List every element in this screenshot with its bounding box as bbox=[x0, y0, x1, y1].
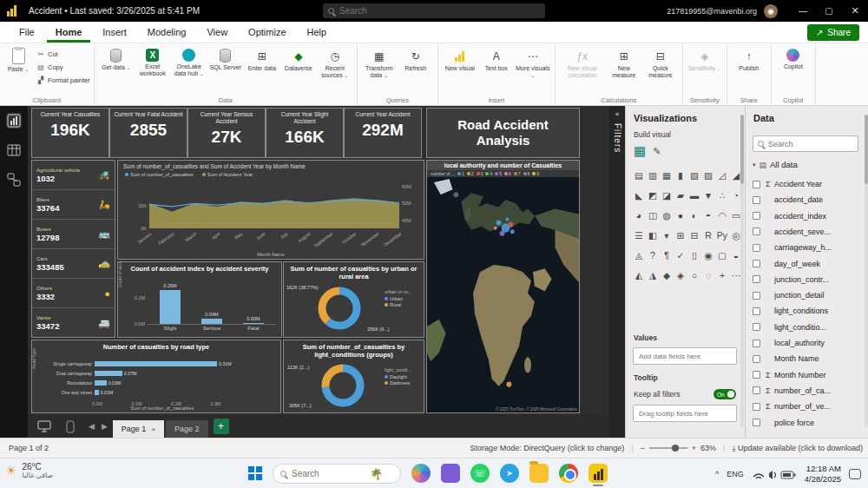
page-tab[interactable]: Page 1× bbox=[113, 420, 164, 438]
data-scrollbar[interactable] bbox=[865, 115, 868, 427]
field-row[interactable]: local_authority bbox=[753, 336, 861, 350]
table-icon[interactable]: ⊞ bbox=[674, 225, 687, 245]
field-checkbox[interactable] bbox=[753, 196, 760, 204]
local-authority-map-visual[interactable]: local authority and number of Casualties… bbox=[426, 160, 580, 413]
text-box-button[interactable]: A Text box bbox=[478, 48, 515, 72]
chevron-down-icon[interactable]: ▾ bbox=[753, 162, 756, 168]
field-row[interactable]: day_of_week bbox=[753, 257, 861, 271]
notification-center-icon[interactable] bbox=[849, 469, 861, 479]
field-row[interactable]: accident_seve... bbox=[753, 225, 861, 239]
new-visual-button[interactable]: New visual bbox=[442, 48, 478, 72]
onelake-data-hub-button[interactable]: OneLake data hub ⌄ bbox=[171, 48, 207, 78]
metrics-icon[interactable]: ✓ bbox=[674, 245, 687, 265]
100-stacked-bar-chart-icon[interactable]: ▧ bbox=[687, 165, 701, 185]
stacked-bar-chart-icon[interactable]: ▤ bbox=[632, 165, 646, 185]
field-name[interactable]: light_conditio... bbox=[774, 323, 826, 332]
field-row[interactable]: carriageway_h... bbox=[753, 241, 861, 254]
kpi-card[interactable]: Current Year Accident292M bbox=[344, 108, 422, 158]
kpi-card[interactable]: Current Year Casualties196K bbox=[31, 108, 109, 158]
field-checkbox[interactable] bbox=[753, 386, 760, 394]
line-and-clustered-column-chart-icon[interactable]: ◪ bbox=[660, 185, 674, 205]
all-data-node[interactable]: ▾ ▤ All data bbox=[753, 160, 798, 169]
field-checkbox[interactable] bbox=[753, 371, 760, 379]
small-multiples-icon[interactable]: ◭ bbox=[632, 265, 646, 285]
zoom-slider-knob[interactable] bbox=[672, 445, 679, 452]
field-name[interactable]: day_of_week bbox=[774, 260, 820, 268]
page-tab[interactable]: Page 2 bbox=[166, 420, 208, 438]
field-name[interactable]: junction_contr... bbox=[774, 275, 829, 284]
add-data-fields-well[interactable]: Add data fields here bbox=[633, 347, 737, 365]
vehicle-type-visual[interactable]: Agricultural vehicle1032🚜Bikes33764🛵Buse… bbox=[31, 160, 115, 338]
desktop-layout-icon[interactable] bbox=[35, 419, 54, 434]
kpi-icon[interactable]: ◧ bbox=[646, 225, 660, 245]
filled-map-icon[interactable]: ● bbox=[674, 205, 687, 225]
avatar[interactable]: ◉ bbox=[764, 4, 778, 18]
severity-bar-chart[interactable]: Count of accident index by accident seve… bbox=[117, 261, 282, 338]
field-row[interactable]: Σnumber_of_ve... bbox=[753, 399, 861, 413]
field-name[interactable]: accident_date bbox=[774, 195, 823, 204]
zoom-slider[interactable] bbox=[649, 447, 687, 449]
stacked-column-chart-icon[interactable]: ▦ bbox=[660, 165, 674, 185]
field-name[interactable]: police force bbox=[774, 419, 814, 427]
decomposition-tree-icon[interactable]: ◬ bbox=[632, 245, 646, 265]
treemap-icon[interactable]: ◫ bbox=[646, 205, 660, 225]
expand-filters-icon[interactable]: « bbox=[615, 110, 619, 118]
close-button[interactable]: ✕ bbox=[842, 0, 868, 22]
road-type-bar-chart[interactable]: Number of casualties by road type Road T… bbox=[31, 340, 281, 413]
kpi-card[interactable]: Current Year Serious Accident27K bbox=[187, 108, 266, 158]
title-search-box[interactable] bbox=[323, 3, 545, 18]
smart-narrative-icon[interactable]: ¶ bbox=[660, 245, 674, 265]
field-checkbox[interactable] bbox=[753, 403, 760, 411]
language-indicator[interactable]: ENG bbox=[727, 470, 744, 478]
field-checkbox[interactable] bbox=[753, 260, 760, 267]
clock[interactable]: 12:18 AM 4/28/2025 bbox=[805, 464, 841, 485]
format-visual-icon[interactable]: ✎ bbox=[653, 146, 661, 157]
menu-item-home[interactable]: Home bbox=[47, 22, 91, 43]
field-row[interactable]: junction_contr... bbox=[753, 273, 861, 287]
taskbar-search-input[interactable] bbox=[292, 469, 365, 478]
zoom-in-button[interactable]: + bbox=[692, 444, 696, 452]
zoom-out-button[interactable]: − bbox=[641, 444, 645, 452]
donut-chart-icon[interactable]: ◕ bbox=[632, 205, 646, 225]
stacked-area-chart-icon[interactable]: ◣ bbox=[632, 185, 646, 205]
field-name[interactable]: Accident Year bbox=[774, 180, 822, 188]
field-checkbox[interactable] bbox=[753, 355, 760, 363]
minimize-button[interactable]: — bbox=[790, 0, 816, 22]
field-name[interactable]: accident_index bbox=[774, 212, 826, 221]
map-body[interactable]: © 2025 TomTom, © 2025 Microsoft Corporat… bbox=[427, 177, 579, 412]
menu-item-file[interactable]: File bbox=[10, 22, 43, 43]
network-volume-battery-icons[interactable] bbox=[752, 468, 797, 480]
folder-icon[interactable] bbox=[529, 464, 549, 483]
custom-visual-4-icon[interactable]: ◌ bbox=[701, 265, 715, 285]
field-checkbox[interactable] bbox=[753, 244, 760, 252]
vehicle-row[interactable]: Others3332● bbox=[32, 279, 115, 308]
powerbi-icon[interactable] bbox=[589, 464, 608, 483]
custom-visual-2-icon[interactable]: ◈ bbox=[674, 265, 687, 285]
field-name[interactable]: number_of_ca... bbox=[774, 386, 831, 395]
vehicle-row[interactable]: Bikes33764🛵 bbox=[32, 190, 115, 220]
field-row[interactable]: accident_date bbox=[753, 193, 861, 207]
field-name[interactable]: number_of_ve... bbox=[774, 402, 831, 411]
field-name[interactable]: carriageway_h... bbox=[774, 243, 832, 252]
refresh-button[interactable]: ↻ Refresh bbox=[398, 48, 434, 72]
vehicle-row[interactable]: Cars333485🚕 bbox=[32, 249, 115, 279]
vehicle-row[interactable]: Buses12798🚌 bbox=[32, 220, 115, 249]
light-conditions-donut-chart[interactable]: Sum of number_of_casualties by light_con… bbox=[283, 340, 424, 413]
keep-all-filters-toggle[interactable]: On bbox=[713, 389, 736, 399]
field-row[interactable]: ΣMonth Number bbox=[753, 368, 861, 382]
report-view-icon[interactable] bbox=[6, 113, 22, 129]
hidden-icons-chevron[interactable]: ^ bbox=[715, 470, 719, 478]
transform-data-button[interactable]: ▦ Transform data ⌄ bbox=[361, 48, 398, 80]
more-visuals-button[interactable]: ⋯ More visuals ⌄ bbox=[515, 48, 551, 80]
mobile-layout-icon[interactable] bbox=[61, 419, 80, 434]
field-row[interactable]: light_conditions bbox=[753, 304, 861, 318]
close-page-icon[interactable]: × bbox=[151, 425, 155, 433]
model-view-icon[interactable] bbox=[6, 172, 22, 188]
custom-visual-1-icon[interactable]: ◆ bbox=[660, 265, 674, 285]
visualizations-scrollbar[interactable] bbox=[740, 115, 744, 427]
dataverse-button[interactable]: ◆ Dataverse bbox=[280, 48, 317, 72]
kpi-card[interactable]: Current Year Slight Accident166K bbox=[266, 108, 344, 158]
matrix-icon[interactable]: ⊟ bbox=[687, 225, 701, 245]
cut-button[interactable]: ✂Cut bbox=[36, 48, 90, 61]
field-name[interactable]: light_conditions bbox=[774, 307, 828, 315]
